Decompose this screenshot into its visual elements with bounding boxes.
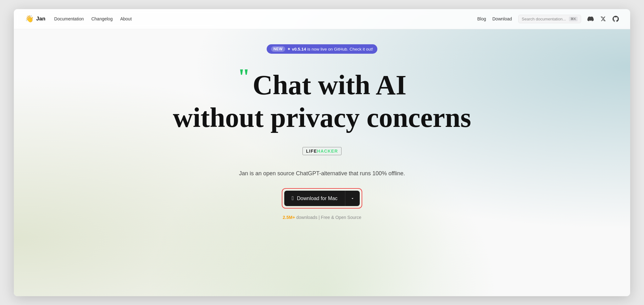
stats-suffix: downloads | Free & Open Source	[295, 215, 361, 220]
nav-right: Blog Download Search documentation... ⌘K	[477, 15, 619, 23]
search-kbd: ⌘K	[569, 17, 578, 21]
download-btn-dropdown[interactable]	[345, 192, 360, 205]
apple-icon: 	[292, 195, 294, 202]
announcement-text: ✦ v0.5.14 is now live on GitHub. Check i…	[287, 46, 373, 52]
nav-link-download[interactable]: Download	[492, 16, 512, 21]
x-twitter-icon[interactable]	[600, 16, 606, 22]
headline-line2: without privacy concerns	[173, 103, 471, 133]
lifehacker-hacker-text: HACKER	[317, 149, 338, 154]
search-box[interactable]: Search documentation... ⌘K	[518, 15, 581, 23]
logo-text: Jan	[36, 16, 45, 22]
nav-links: Documentation Changelog About	[54, 16, 132, 21]
nav-link-changelog[interactable]: Changelog	[91, 16, 113, 21]
nav-left: 👋 Jan Documentation Changelog About	[25, 15, 132, 23]
new-label: NEW	[271, 46, 285, 52]
lifehacker-badge: LIFEHACKER	[303, 147, 341, 155]
announcement-badge[interactable]: NEW ✦ v0.5.14 is now live on GitHub. Che…	[267, 44, 378, 54]
stats-text: 2.5M+ downloads | Free & Open Source	[283, 215, 361, 220]
download-btn-main[interactable]:  Download for Mac	[284, 191, 346, 206]
main-content: NEW ✦ v0.5.14 is now live on GitHub. Che…	[14, 29, 630, 296]
download-btn-outline:  Download for Mac	[282, 188, 363, 209]
logo-emoji: 👋	[25, 15, 34, 23]
download-button[interactable]:  Download for Mac	[284, 191, 360, 206]
logo[interactable]: 👋 Jan	[25, 15, 45, 23]
nav-link-about[interactable]: About	[120, 16, 132, 21]
search-placeholder-text: Search documentation...	[522, 17, 566, 21]
download-btn-label: Download for Mac	[297, 196, 337, 201]
nav-link-documentation[interactable]: Documentation	[54, 16, 84, 21]
nav-link-blog[interactable]: Blog	[477, 16, 486, 21]
quote-marks: "	[238, 70, 250, 84]
headline-area: " Chat with AI without privacy concerns	[173, 70, 471, 133]
download-button-wrapper:  Download for Mac	[282, 188, 363, 209]
discord-icon[interactable]	[587, 16, 594, 22]
github-icon[interactable]	[613, 16, 619, 22]
lifehacker-life-text: LIFE	[306, 149, 317, 154]
description: Jan is an open source ChatGPT-alternativ…	[239, 170, 405, 177]
headline-line1: Chat with AI	[253, 70, 407, 101]
navigation: 👋 Jan Documentation Changelog About Blog…	[14, 9, 630, 29]
stats-highlight: 2.5M+	[283, 215, 295, 220]
